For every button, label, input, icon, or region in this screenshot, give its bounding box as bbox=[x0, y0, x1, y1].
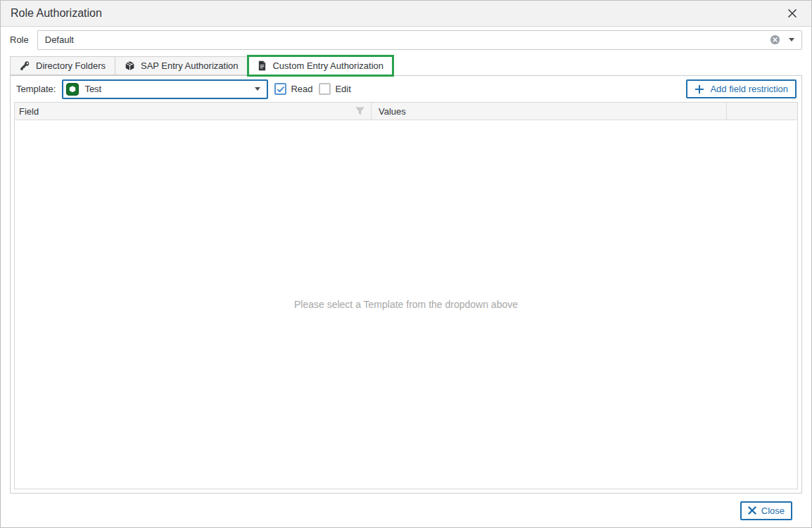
custom-entry-authorization-panel: Template: Test Read bbox=[10, 75, 802, 494]
dialog-content: Directory Folders SAP Entry Authorizatio… bbox=[1, 53, 811, 527]
tab-directory-folders[interactable]: Directory Folders bbox=[10, 56, 115, 75]
tab-label: SAP Entry Authorization bbox=[141, 60, 239, 71]
template-label: Template: bbox=[16, 84, 56, 94]
table-header-row: Field Values bbox=[15, 103, 797, 120]
role-authorization-dialog: Role Authorization Role Default bbox=[0, 0, 812, 528]
empty-table-message: Please select a Template from the dropdo… bbox=[294, 299, 518, 310]
template-selected-value: Test bbox=[84, 84, 249, 94]
column-header-values[interactable]: Values bbox=[372, 103, 727, 120]
restrictions-table: Field Values Please select a Template fr… bbox=[14, 102, 798, 489]
read-checkbox-label: Read bbox=[291, 84, 312, 94]
dialog-close-icon[interactable] bbox=[785, 6, 800, 21]
add-field-restriction-button[interactable]: Add field restriction bbox=[686, 79, 797, 98]
document-icon bbox=[258, 60, 267, 71]
dialog-title: Role Authorization bbox=[11, 7, 785, 20]
role-dropdown-chevron-down-icon[interactable] bbox=[789, 38, 794, 41]
plus-icon bbox=[694, 84, 704, 94]
template-chevron-down-icon bbox=[255, 87, 260, 91]
funnel-icon[interactable] bbox=[355, 106, 367, 116]
role-combobox[interactable]: Default bbox=[37, 30, 802, 50]
column-header-values-label: Values bbox=[379, 106, 406, 117]
role-value: Default bbox=[45, 34, 761, 45]
key-icon bbox=[20, 60, 30, 71]
tab-label: Directory Folders bbox=[36, 60, 106, 71]
tab-custom-entry-authorization[interactable]: Custom Entry Authorization bbox=[247, 55, 394, 77]
edit-checkbox-label: Edit bbox=[335, 84, 350, 94]
edit-checkbox[interactable] bbox=[319, 83, 331, 95]
template-toolbar: Template: Test Read bbox=[11, 76, 801, 102]
add-field-restriction-label: Add field restriction bbox=[710, 84, 788, 94]
tab-label: Custom Entry Authorization bbox=[272, 60, 383, 71]
tab-strip: Directory Folders SAP Entry Authorizatio… bbox=[10, 55, 802, 75]
column-header-field-label: Field bbox=[19, 106, 355, 117]
read-checkbox[interactable] bbox=[274, 83, 286, 95]
x-icon bbox=[748, 506, 756, 515]
dialog-titlebar: Role Authorization bbox=[1, 1, 811, 27]
template-dropdown[interactable]: Test bbox=[62, 79, 268, 99]
green-template-icon bbox=[66, 83, 79, 96]
edit-checkbox-group: Edit bbox=[319, 83, 350, 95]
clear-role-icon[interactable] bbox=[770, 34, 780, 45]
role-label: Role bbox=[10, 34, 29, 45]
column-header-field[interactable]: Field bbox=[15, 103, 372, 120]
dialog-footer: Close bbox=[10, 494, 802, 527]
read-checkbox-group: Read bbox=[274, 83, 312, 95]
close-button[interactable]: Close bbox=[740, 501, 792, 520]
table-body: Please select a Template from the dropdo… bbox=[15, 120, 797, 489]
column-header-extra bbox=[727, 103, 797, 120]
tab-sap-entry-authorization[interactable]: SAP Entry Authorization bbox=[115, 56, 248, 75]
role-row: Role Default bbox=[1, 27, 811, 53]
close-button-label: Close bbox=[761, 506, 785, 516]
package-icon bbox=[125, 60, 135, 71]
